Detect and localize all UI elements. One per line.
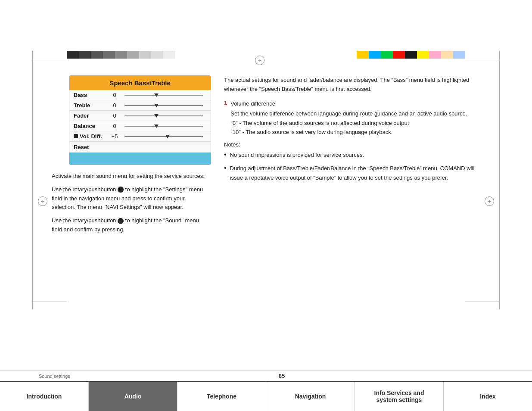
voldiff-slider[interactable] xyxy=(124,136,203,137)
hline-bottom-left xyxy=(32,302,67,302)
tab-audio[interactable]: Audio xyxy=(89,382,177,411)
tab-telephone[interactable]: Telephone xyxy=(177,382,266,411)
fader-label: Fader xyxy=(74,112,108,119)
fader-slider[interactable] xyxy=(124,115,203,116)
fader-value: 0 xyxy=(108,112,121,119)
color-bar-left xyxy=(67,51,175,59)
treble-slider[interactable] xyxy=(124,105,203,106)
menu-row-treble: Treble 0 xyxy=(69,100,211,111)
rotary-icon-2 xyxy=(118,218,124,224)
menu-row-balance: Balance 0 xyxy=(69,121,211,131)
menu-row-fader: Fader 0 xyxy=(69,111,211,121)
left-para2: Use the rotary/pushbutton to highlight t… xyxy=(52,185,207,212)
hline-top-left xyxy=(32,60,67,60)
fader-thumb xyxy=(154,114,159,118)
voldiff-value: +5 xyxy=(108,133,121,140)
color-block xyxy=(453,51,465,59)
tab-info-services[interactable]: Info Services andsystem settings xyxy=(355,382,444,411)
left-para1: Activate the main sound menu for setting… xyxy=(52,172,207,181)
color-block xyxy=(127,51,139,59)
treble-label: Treble xyxy=(74,102,108,109)
vline-right xyxy=(499,51,500,309)
voldiff-thumb xyxy=(165,135,170,138)
left-column: Speech Bass/Treble Bass 0 Treble 0 Fader xyxy=(43,71,207,239)
color-block xyxy=(115,51,127,59)
balance-thumb xyxy=(154,125,159,128)
bullet-item-2: During adjustment of Bass/Treble/Fader/B… xyxy=(224,164,489,182)
balance-value: 0 xyxy=(108,123,121,129)
crosshair-top xyxy=(255,56,264,65)
tab-telephone-label: Telephone xyxy=(207,393,236,400)
color-block xyxy=(67,51,79,59)
item1-title: Volume difference xyxy=(230,99,467,108)
bass-label: Bass xyxy=(74,92,108,98)
color-block xyxy=(139,51,151,59)
color-block xyxy=(417,51,429,59)
section-label: Sound settings xyxy=(39,374,70,379)
hline-bottom-right xyxy=(465,302,500,302)
color-block xyxy=(381,51,393,59)
item1-num: 1 xyxy=(224,99,227,137)
treble-value: 0 xyxy=(108,102,121,109)
tab-introduction[interactable]: Introduction xyxy=(0,382,89,411)
tab-introduction-label: Introduction xyxy=(27,393,62,400)
balance-slider[interactable] xyxy=(124,126,203,127)
notes-label: Notes: xyxy=(224,141,489,148)
main-content: Speech Bass/Treble Bass 0 Treble 0 Fader xyxy=(43,71,489,239)
tab-index[interactable]: Index xyxy=(444,382,532,411)
color-block xyxy=(405,51,417,59)
color-block xyxy=(393,51,405,59)
voldiff-dot xyxy=(74,134,78,138)
menu-blue-bar xyxy=(69,153,211,165)
color-block xyxy=(151,51,163,59)
color-block xyxy=(103,51,115,59)
menu-row-voldiff: Vol. Diff. +5 xyxy=(69,131,211,142)
bass-thumb xyxy=(154,93,159,97)
balance-label: Balance xyxy=(74,123,108,129)
bullet-item-1: No sound impressions is provided for ser… xyxy=(224,150,489,159)
voldiff-label: Vol. Diff. xyxy=(74,133,108,140)
rotary-icon-1 xyxy=(118,187,124,193)
treble-thumb xyxy=(154,104,159,107)
footer-nav: Introduction Audio Telephone Navigation … xyxy=(0,381,532,411)
hline-top-right xyxy=(465,60,500,60)
color-block xyxy=(429,51,441,59)
reset-label: Reset xyxy=(74,144,89,150)
left-text-area: Activate the main sound menu for setting… xyxy=(52,172,207,234)
color-block xyxy=(91,51,103,59)
speech-bass-treble-menu: Speech Bass/Treble Bass 0 Treble 0 Fader xyxy=(69,75,211,165)
bullet2-text: During adjustment of Bass/Treble/Fader/B… xyxy=(230,164,489,182)
color-block xyxy=(163,51,175,59)
bullet1-text: No sound impressions is provided for ser… xyxy=(230,150,364,159)
vline-left xyxy=(32,51,33,309)
left-para3: Use the rotary/pushbutton to highlight t… xyxy=(52,216,207,234)
numbered-item-1: 1 Volume difference Set the volume diffe… xyxy=(224,99,489,137)
color-block xyxy=(357,51,369,59)
item1-content: Volume difference Set the volume differe… xyxy=(230,99,467,137)
color-block xyxy=(79,51,91,59)
page-number: 85 xyxy=(279,373,285,379)
footer-page-line: Sound settings 85 xyxy=(0,371,532,381)
tab-navigation[interactable]: Navigation xyxy=(266,382,355,411)
color-block xyxy=(441,51,453,59)
right-intro: The actual settings for sound and fader/… xyxy=(224,75,489,94)
tab-navigation-label: Navigation xyxy=(295,393,326,400)
item1-body: Set the volume difference between langua… xyxy=(230,109,467,137)
tab-audio-label: Audio xyxy=(124,393,142,400)
bass-slider[interactable] xyxy=(124,95,203,96)
menu-reset[interactable]: Reset xyxy=(69,142,211,153)
menu-title: Speech Bass/Treble xyxy=(69,76,211,90)
tab-index-label: Index xyxy=(480,393,496,400)
footer: Sound settings 85 Introduction Audio Tel… xyxy=(0,371,532,411)
color-bar-right xyxy=(357,51,465,59)
bullet-list: No sound impressions is provided for ser… xyxy=(224,150,489,182)
tab-info-services-label: Info Services andsystem settings xyxy=(374,389,424,403)
right-column: The actual settings for sound and fader/… xyxy=(224,71,489,239)
color-block xyxy=(369,51,381,59)
bass-value: 0 xyxy=(108,92,121,98)
menu-row-bass: Bass 0 xyxy=(69,90,211,100)
